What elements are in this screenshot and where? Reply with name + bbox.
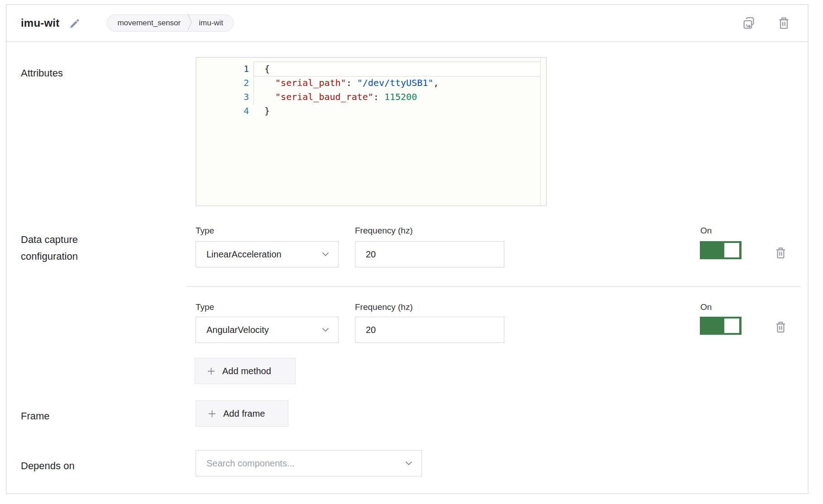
code-line: {: [264, 62, 270, 76]
breadcrumb-parent[interactable]: movement_sensor: [117, 19, 181, 28]
code-line: }: [264, 104, 270, 118]
rename-component-button[interactable]: [69, 18, 81, 29]
editor-line-number: 4: [196, 104, 249, 118]
chevron-down-icon: [405, 461, 412, 466]
depends-on-select[interactable]: [196, 450, 422, 476]
code-line: "serial_path": "/dev/ttyUSB1",: [264, 76, 439, 90]
type-label: Type: [196, 226, 214, 236]
delete-capture-row-2-button[interactable]: [775, 321, 786, 333]
depends-on-label: Depends on: [21, 457, 75, 474]
capture-toggle-1[interactable]: [700, 241, 742, 259]
attributes-label: Attributes: [21, 65, 63, 81]
frequency-label: Frequency (hz): [355, 226, 413, 236]
chevron-down-icon: [322, 328, 329, 332]
trash-icon: [775, 321, 786, 333]
editor-indent-guide: [254, 76, 254, 105]
pencil-icon: [69, 18, 81, 29]
trash-icon: [778, 16, 790, 30]
breadcrumb-separator-icon: [187, 14, 192, 33]
breadcrumb: movement_sensor imu-wit: [107, 14, 234, 32]
frequency-input-2[interactable]: [355, 317, 504, 343]
delete-capture-row-1-button[interactable]: [775, 247, 786, 259]
add-method-label: Add method: [222, 366, 271, 376]
depends-on-search-input[interactable]: [196, 451, 405, 476]
editor-scrollbar[interactable]: [540, 58, 546, 205]
capture-row-divider: [187, 286, 801, 287]
trash-icon: [775, 247, 786, 259]
toggle-knob: [724, 243, 739, 257]
card-body: Attributes 1 2 3 4 { "serial_path": "/de…: [7, 42, 808, 493]
component-card: imu-wit movement_sensor imu-wit: [6, 4, 809, 494]
plus-icon: [207, 367, 215, 375]
editor-active-line-highlight: [254, 62, 541, 76]
plus-icon: [208, 410, 216, 418]
delete-component-button[interactable]: [778, 16, 790, 30]
add-frame-button[interactable]: Add frame: [196, 400, 288, 427]
editor-line-number: 2: [196, 76, 249, 90]
capture-type-value: AngularVelocity: [206, 325, 322, 335]
attributes-json-editor[interactable]: 1 2 3 4 { "serial_path": "/dev/ttyUSB1",…: [196, 57, 547, 206]
toggle-label: On: [700, 226, 712, 236]
card-header: imu-wit movement_sensor imu-wit: [7, 5, 808, 42]
add-method-button[interactable]: Add method: [195, 358, 296, 384]
component-title: imu-wit: [21, 17, 59, 29]
frequency-label: Frequency (hz): [355, 302, 413, 312]
toggle-label: On: [700, 302, 712, 312]
duplicate-icon: [742, 16, 756, 30]
breadcrumb-current[interactable]: imu-wit: [199, 19, 223, 28]
capture-type-select-1[interactable]: LinearAcceleration: [196, 241, 339, 267]
editor-line-number: 3: [196, 90, 249, 104]
editor-line-number: 1: [196, 62, 249, 76]
chevron-down-icon: [322, 252, 329, 257]
capture-type-value: LinearAcceleration: [206, 249, 322, 260]
duplicate-component-button[interactable]: [742, 16, 756, 30]
frequency-input-1[interactable]: [355, 241, 504, 267]
add-frame-label: Add frame: [223, 409, 265, 419]
type-label: Type: [196, 302, 214, 312]
code-line: "serial_baud_rate": 115200: [264, 90, 417, 104]
capture-toggle-2[interactable]: [700, 317, 742, 335]
component-config-page: imu-wit movement_sensor imu-wit: [0, 0, 823, 504]
capture-type-select-2[interactable]: AngularVelocity: [196, 317, 339, 343]
frame-label: Frame: [21, 408, 50, 424]
data-capture-label: Data capture configuration: [21, 231, 127, 265]
toggle-knob: [724, 319, 739, 333]
